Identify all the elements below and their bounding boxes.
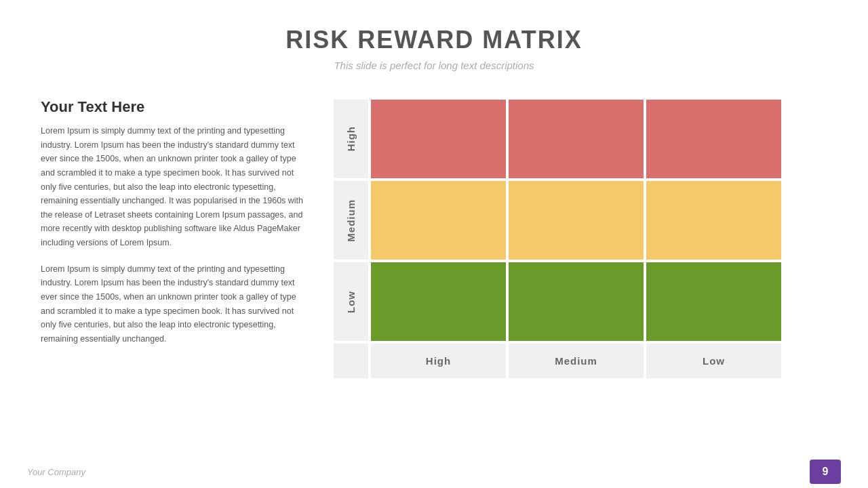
cell-high-low: [645, 98, 783, 180]
company-name: Your Company: [27, 467, 85, 477]
cell-low-high: [370, 261, 507, 342]
header: RISK REWARD MATRIX This slide is perfect…: [0, 0, 868, 71]
cell-medium-medium: [507, 180, 645, 261]
page-title: RISK REWARD MATRIX: [0, 26, 868, 54]
row-label-low: Low: [332, 261, 370, 342]
cell-low-medium: [507, 261, 645, 342]
row-label-medium: Medium: [332, 180, 370, 261]
text-body-1: Lorem Ipsum is simply dummy text of the …: [41, 124, 305, 250]
text-body-2: Lorem Ipsum is simply dummy text of the …: [41, 262, 305, 346]
cell-low-low: [645, 261, 783, 342]
main-content: Your Text Here Lorem Ipsum is simply dum…: [0, 78, 868, 393]
col-label-medium: Medium: [507, 342, 645, 380]
matrix-panel: High Medium Low High: [332, 98, 827, 380]
cell-medium-low: [645, 180, 783, 261]
text-panel: Your Text Here Lorem Ipsum is simply dum…: [41, 98, 305, 380]
col-label-high: High: [370, 342, 507, 380]
row-label-high: High: [332, 98, 370, 180]
cell-high-high: [370, 98, 507, 180]
corner-cell: [332, 342, 370, 380]
footer: Your Company 9: [0, 455, 868, 488]
text-heading: Your Text Here: [41, 98, 305, 116]
page-subtitle: This slide is perfect for long text desc…: [0, 60, 868, 71]
col-label-low: Low: [645, 342, 783, 380]
cell-medium-high: [370, 180, 507, 261]
cell-high-medium: [507, 98, 645, 180]
matrix-grid: High Medium Low High: [332, 98, 827, 380]
page-number: 9: [810, 460, 841, 484]
